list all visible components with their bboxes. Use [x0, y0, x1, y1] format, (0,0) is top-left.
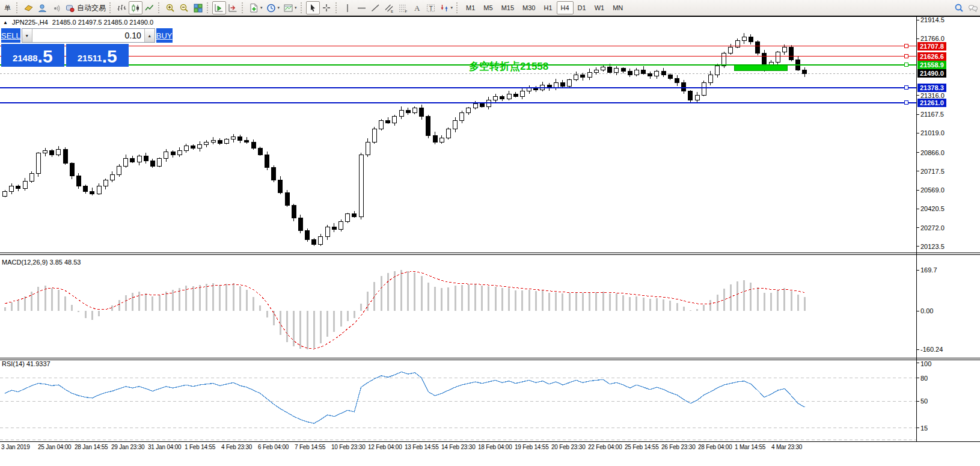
- macd-axis-tick: 169.7: [920, 266, 937, 274]
- macd-axis-tick: -160.24: [920, 346, 943, 353]
- pivot-annotation-text[interactable]: 多空转折点21558: [469, 60, 548, 73]
- time-axis-label: 10 Feb 23:30: [331, 444, 366, 450]
- panel-collapse-icon[interactable]: ▲: [3, 20, 8, 25]
- price-axis-tick: 20569.0: [920, 186, 945, 194]
- time-axis-label: 20 Feb 23:30: [551, 444, 586, 450]
- one-click-trading-panel: SELL ▼ ▲ BUY 21488.5 21511.5: [1, 28, 129, 67]
- mt4-window: 单自动交易▾▾▾EFAT▾M1M5M15M30H1H4D1W1MN ▲ JPN2…: [0, 0, 980, 466]
- lot-size-control: ▼ ▲: [22, 28, 155, 43]
- time-axis-label: 4 Feb 23:30: [221, 444, 252, 450]
- time-axis-label: 31 Jan 04:00: [148, 444, 181, 450]
- chart-ohlc-values: 21485.0 21497.5 21485.0 21490.0: [52, 19, 153, 26]
- lot-increase-button[interactable]: ▲: [144, 29, 155, 42]
- time-axis-label: 25 Jan 04:00: [38, 444, 71, 450]
- pivot-line-label: 21558.9: [917, 61, 946, 69]
- time-axis-label: 7 Feb 14:55: [295, 444, 325, 450]
- current-price-label: 21490.0: [917, 69, 946, 78]
- resistance-line-label: 21626.6: [917, 52, 946, 61]
- time-axis-label: 18 Feb 04:00: [478, 444, 512, 450]
- rsi-axis-tick: 50: [920, 397, 928, 405]
- time-axis-label: 12 Feb 04:00: [368, 444, 402, 450]
- price-axis-tick: 20866.0: [920, 149, 945, 156]
- time-axis-label: 6 Feb 04:00: [258, 444, 289, 450]
- support-line-label: 21378.3: [917, 84, 946, 92]
- time-axis-label: 1 Feb 14:55: [185, 444, 215, 450]
- support-line-label: 21261.0: [917, 99, 946, 107]
- price-axis-tick: 20717.5: [920, 168, 945, 175]
- rsi-axis-tick: 15: [920, 425, 928, 432]
- sell-price-display[interactable]: 21488.5: [1, 44, 64, 67]
- time-axis-label: 19 Feb 14:55: [515, 444, 549, 450]
- macd-axis-tick: 0.00: [920, 307, 933, 314]
- time-axis-label: 3 Jan 2019: [1, 444, 30, 450]
- lot-size-input[interactable]: [32, 29, 144, 42]
- time-axis-label: 14 Feb 23:30: [441, 444, 476, 450]
- chart-title: ▲ JPN225-,H4 21485.0 21497.5 21485.0 214…: [3, 19, 153, 26]
- time-axis-label: 26 Feb 23:30: [661, 444, 696, 450]
- price-axis-tick: 21914.5: [920, 16, 945, 23]
- rsi-axis-tick: 100: [920, 360, 931, 367]
- rsi-axis-tick: 80: [920, 375, 928, 382]
- buy-button[interactable]: BUY: [156, 28, 173, 43]
- time-axis-label: 1 Mar 14:55: [735, 444, 765, 450]
- time-axis-label: 25 Feb 14:55: [625, 444, 659, 450]
- price-axis-tick: 20420.5: [920, 205, 945, 212]
- time-axis-label: 28 Jan 14:55: [75, 444, 108, 450]
- time-axis-label: 4 Mar 23:30: [771, 444, 802, 450]
- time-axis-label: 13 Feb 14:55: [405, 444, 439, 450]
- rsi-indicator-label: RSI(14) 41.9337: [2, 360, 51, 367]
- sell-button[interactable]: SELL: [1, 28, 20, 43]
- time-axis-label: 28 Feb 04:00: [698, 444, 732, 450]
- macd-indicator-label: MACD(12,26,9) 3.85 48.53: [2, 259, 81, 266]
- lot-decrease-button[interactable]: ▼: [22, 29, 32, 42]
- price-axis-tick: 20123.5: [920, 243, 945, 250]
- time-axis-label: 22 Feb 04:00: [588, 444, 622, 450]
- price-axis-tick: 21167.5: [920, 111, 944, 118]
- price-axis-tick: 21019.0: [920, 129, 945, 136]
- time-axis-label: 29 Jan 23:30: [111, 444, 144, 450]
- buy-price-display[interactable]: 21511.5: [66, 44, 129, 67]
- price-axis-tick: 21766.0: [920, 35, 945, 42]
- chart-symbol-period: JPN225-,H4: [12, 19, 48, 26]
- resistance-line-label: 21707.8: [917, 42, 946, 51]
- price-axis-tick: 20272.0: [920, 224, 945, 231]
